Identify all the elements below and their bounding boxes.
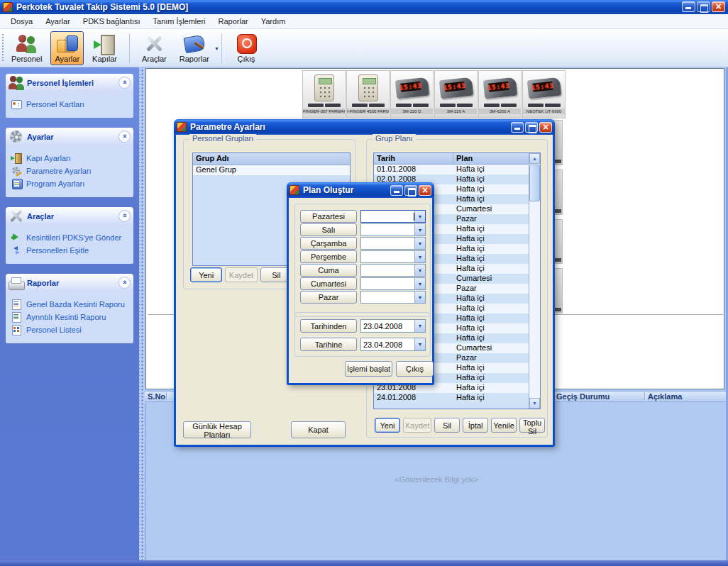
product-mini-button[interactable] <box>308 104 324 107</box>
day-combo-cuma[interactable] <box>360 264 426 277</box>
toolbar-button-raporlar[interactable]: Raporlar▼ <box>175 31 214 65</box>
sidebar-item-kesintileri-pdksye-gonder[interactable]: Kesintileri PDKS'ye Gönder <box>11 233 131 243</box>
dropdown-arrow-icon[interactable] <box>414 224 425 235</box>
day-label-sali[interactable]: Salı <box>300 223 357 236</box>
product-mini-button[interactable] <box>545 104 561 107</box>
menu-item-raporlar[interactable]: Raporlar <box>212 15 255 28</box>
menu-item-ayarlar[interactable]: Ayarlar <box>39 15 77 28</box>
parametre-dialog-title-bar[interactable]: Parametre Ayarları <box>174 119 555 135</box>
product-mini-button[interactable] <box>528 104 544 107</box>
collapse-chevron-icon[interactable]: » <box>118 77 131 89</box>
sidebar-item-personelleri-esitle[interactable]: Personelleri Eşitle <box>11 245 131 255</box>
grup-plani-iptal-button[interactable]: İptal <box>463 418 488 433</box>
minimize-button[interactable] <box>682 1 695 12</box>
product-mini-button[interactable] <box>396 104 412 107</box>
sidebar-item-parametre-ayarlari[interactable]: Parametre Ayarları <box>11 166 131 176</box>
plan-dialog-title-bar[interactable]: Plan Oluştur <box>287 182 434 198</box>
day-combo-sali[interactable] <box>360 223 426 236</box>
dialog-maximize-button[interactable] <box>525 122 538 133</box>
product-mini-button[interactable] <box>440 104 456 107</box>
cikis-button[interactable]: Çıkış <box>396 361 434 377</box>
grup-adi-list-row[interactable]: Genel Grup <box>193 165 350 175</box>
menu-item-dosya[interactable]: Dosya <box>4 15 39 28</box>
dialog-close-button[interactable] <box>539 122 552 133</box>
banner-product[interactable]: 15:43NEOTEK UT-6600 <box>522 70 566 118</box>
banner-product[interactable]: 15:433M-6200 A <box>478 70 522 118</box>
toolbar-button-personel[interactable]: Personel <box>7 31 46 65</box>
product-mini-button[interactable] <box>413 104 429 107</box>
product-mini-button[interactable] <box>325 104 341 107</box>
product-mini-button[interactable] <box>457 104 473 107</box>
column-header-aciklama[interactable]: Açıklama <box>648 392 682 401</box>
day-combo-pazar[interactable] <box>360 291 426 304</box>
day-label-cuma[interactable]: Cuma <box>300 264 357 277</box>
sidebar-group-header-personel-islemleri[interactable]: Personel İşlemleri» <box>6 74 133 91</box>
kapat-button[interactable]: Kapat <box>291 421 346 438</box>
day-label-pazartesi[interactable]: Pazartesi <box>300 210 357 223</box>
sidebar-item-genel-bazda-kesinti-raporu[interactable]: Genel Bazda Kesinti Raporu <box>11 299 131 309</box>
column-divider[interactable] <box>166 392 167 401</box>
close-button[interactable] <box>712 1 725 12</box>
banner-product[interactable]: 15:433M-220 A <box>434 70 478 118</box>
personel-gruplari-yeni-button[interactable]: Yeni <box>190 267 222 282</box>
scroll-down-icon[interactable] <box>529 398 540 409</box>
sidebar-item-ayrintili-kesinti-raporu[interactable]: Ayrıntılı Kesinti Raporu <box>11 312 131 322</box>
dropdown-arrow-icon[interactable] <box>414 265 425 276</box>
sidebar-item-kapi-ayarlari[interactable]: Kapı Ayarları <box>11 153 131 163</box>
banner-product[interactable]: 15:433M-220 D <box>390 70 434 118</box>
day-label-carsamba[interactable]: Çarşamba <box>300 237 357 250</box>
date-label-tarihine[interactable]: Tarihine <box>300 338 357 351</box>
date-label-tarihinden[interactable]: Tarihinden <box>300 319 357 333</box>
scroll-up-icon[interactable] <box>529 153 540 164</box>
sidebar-group-header-ayarlar[interactable]: Ayarlar» <box>6 128 133 145</box>
column-header-tarih[interactable]: Tarih <box>374 153 453 164</box>
dropdown-arrow-icon[interactable] <box>414 211 425 222</box>
column-header-sno[interactable]: S.No <box>148 392 165 401</box>
collapse-chevron-icon[interactable]: » <box>118 210 131 222</box>
grup-plani-sil-button[interactable]: Sil <box>434 418 460 433</box>
dialog-minimize-button[interactable] <box>511 122 524 133</box>
grup-plani-yeni-button[interactable]: Yeni <box>375 418 400 433</box>
toolbar-button-ayarlar[interactable]: Ayarlar <box>50 31 84 65</box>
plan-table-row[interactable]: 01.01.2008Hafta içi <box>374 165 529 174</box>
menu-item-yardim[interactable]: Yardım <box>255 15 292 28</box>
dialog-minimize-button[interactable] <box>390 185 403 196</box>
banner-product[interactable]: I-FINGER 4500 PARMAK İZİ <box>346 70 390 118</box>
day-label-cumartesi[interactable]: Cumartesi <box>300 277 357 290</box>
scrollbar-thumb[interactable] <box>529 165 540 201</box>
collapse-chevron-icon[interactable]: » <box>118 131 131 143</box>
column-header-gecis-durumu[interactable]: Geçiş Durumu <box>556 392 610 401</box>
dialog-maximize-button[interactable] <box>404 185 417 196</box>
banner-product[interactable]: FINGER-007 PARMAK İZİ <box>302 70 346 118</box>
column-divider[interactable] <box>644 392 645 401</box>
menu-item-tanim-islemleri[interactable]: Tanım İşlemleri <box>147 15 212 28</box>
toolbar-drag-handle[interactable] <box>1 33 4 62</box>
day-combo-persembe[interactable] <box>360 250 426 263</box>
menu-item-pdks-baglantisi[interactable]: PDKS bağlantısı <box>77 15 147 28</box>
grup-adi-list-header[interactable]: Grup Adı <box>193 153 350 165</box>
islemi-baslat-button[interactable]: İşlemi başlat <box>345 361 392 377</box>
gunluk-hesap-planlari-button[interactable]: Günlük Hesap Planları <box>183 421 251 438</box>
column-header-plan[interactable]: Plan <box>453 153 529 164</box>
sidebar-item-personel-listesi[interactable]: Personel Listesi <box>11 325 131 335</box>
sidebar-group-header-raporlar[interactable]: Raporlar» <box>6 274 133 292</box>
day-combo-cumartesi[interactable] <box>360 277 426 290</box>
day-label-pazar[interactable]: Pazar <box>300 291 357 304</box>
dropdown-arrow-icon[interactable] <box>414 238 425 249</box>
date-combo-tarihinden[interactable]: 23.04.2008 <box>360 319 426 333</box>
sidebar-splitter[interactable] <box>139 67 145 560</box>
date-combo-tarihine[interactable]: 23.04.2008 <box>360 338 426 351</box>
product-mini-button[interactable] <box>352 104 368 107</box>
toolbar-button-kapilar[interactable]: Kapılar <box>88 31 121 65</box>
dropdown-arrow-icon[interactable] <box>414 278 425 289</box>
day-label-persembe[interactable]: Perşembe <box>300 250 357 263</box>
sidebar-group-header-araclar[interactable]: Araçlar» <box>6 207 133 225</box>
toolbar-button-araclar[interactable]: Araçlar <box>138 31 171 65</box>
grup-plani-toplu-sil-button[interactable]: Toplu Sil <box>519 418 545 433</box>
dropdown-arrow-icon[interactable] <box>414 338 425 350</box>
maximize-button[interactable] <box>697 1 710 12</box>
plan-table-row[interactable]: 24.01.2008Hafta içi <box>374 393 529 403</box>
sidebar-item-program-ayarlari[interactable]: Program Ayarları <box>11 179 131 189</box>
grup-plani-yenile-button[interactable]: Yenile <box>491 418 517 433</box>
collapse-chevron-icon[interactable]: » <box>118 277 131 289</box>
